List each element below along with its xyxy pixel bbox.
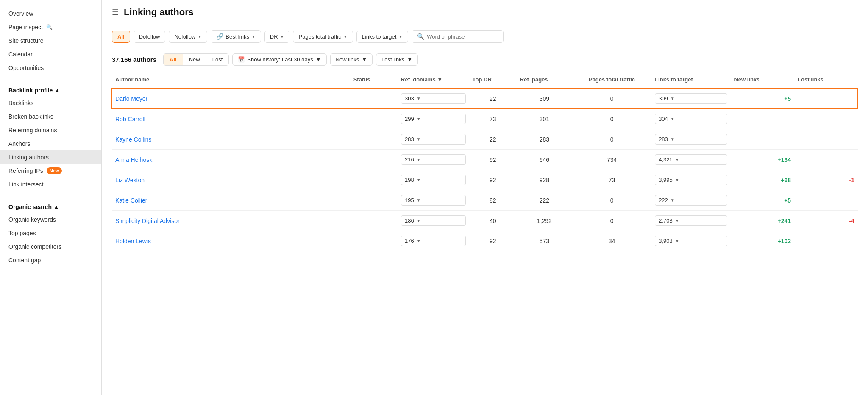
author-link[interactable]: Rob Carroll — [115, 116, 145, 122]
status-cell — [350, 109, 398, 129]
hamburger-icon[interactable]: ☰ — [112, 8, 119, 17]
filter-pages-traffic-button[interactable]: Pages total traffic ▼ — [293, 31, 353, 43]
sidebar-item-top-pages[interactable]: Top pages — [0, 226, 101, 240]
new-links-button[interactable]: New links ▼ — [330, 53, 373, 66]
sidebar-item-referring-domains[interactable]: Referring domains — [0, 123, 101, 137]
sidebar-item-content-gap[interactable]: Content gap — [0, 253, 101, 267]
ref-domains-dropdown[interactable]: 198 ▼ — [401, 175, 466, 185]
links-to-target-cell: 304 ▼ — [651, 109, 731, 129]
ref-domains-dropdown[interactable]: 299 ▼ — [401, 114, 466, 124]
links-to-target-cell: 283 ▼ — [651, 129, 731, 150]
links-to-target-dropdown[interactable]: 4,321 ▼ — [655, 154, 727, 165]
links-to-target-dropdown[interactable]: 283 ▼ — [655, 134, 727, 145]
top-dr-cell: 40 — [469, 211, 517, 231]
links-to-target-dropdown[interactable]: 309 ▼ — [655, 93, 727, 104]
chevron-down-icon: ▼ — [251, 34, 256, 39]
search-bar[interactable]: 🔍 — [412, 30, 504, 43]
chevron-down-icon: ▼ — [675, 218, 679, 223]
sidebar-item-page-inspect[interactable]: Page inspect 🔍 — [0, 20, 101, 34]
lost-links-cell — [794, 88, 858, 109]
col-ref-pages: Ref. pages — [517, 71, 572, 88]
sidebar-item-link-intersect[interactable]: Link intersect — [0, 178, 101, 191]
author-link[interactable]: Dario Meyer — [115, 95, 147, 102]
all-btn[interactable]: All — [164, 54, 183, 65]
table-row: Simplicity Digital Advisor 186 ▼ 401,292… — [112, 211, 858, 231]
author-name-cell: Kayne Collins — [112, 129, 350, 150]
new-links-cell — [731, 129, 794, 150]
ref-domains-dropdown[interactable]: 283 ▼ — [401, 134, 466, 145]
links-to-target-cell: 309 ▼ — [651, 88, 731, 109]
lost-btn[interactable]: Lost — [206, 54, 229, 65]
new-links-cell: +134 — [731, 150, 794, 170]
sidebar-label: Top pages — [8, 230, 36, 236]
author-link[interactable]: Simplicity Digital Advisor — [115, 217, 180, 224]
search-input[interactable] — [427, 33, 498, 40]
top-dr-cell: 22 — [469, 88, 517, 109]
ref-domains-cell: 198 ▼ — [398, 170, 469, 190]
sidebar-item-overview[interactable]: Overview — [0, 7, 101, 20]
sidebar-item-site-structure[interactable]: Site structure — [0, 34, 101, 47]
author-link[interactable]: Kayne Collins — [115, 136, 152, 143]
chevron-down-icon: ▼ — [417, 96, 421, 101]
lost-links-button[interactable]: Lost links ▼ — [376, 53, 418, 66]
col-ref-domains[interactable]: Ref. domains ▼ — [398, 71, 469, 88]
lost-links-cell — [794, 190, 858, 211]
best-links-label: Best links — [225, 33, 249, 40]
status-cell — [350, 150, 398, 170]
sidebar-item-anchors[interactable]: Anchors — [0, 137, 101, 150]
author-link[interactable]: Liz Weston — [115, 177, 145, 184]
author-name-cell: Liz Weston — [112, 170, 350, 190]
new-btn[interactable]: New — [183, 54, 206, 65]
links-to-target-cell: 222 ▼ — [651, 190, 731, 211]
history-label: Show history: Last 30 days — [247, 56, 313, 63]
links-to-target-dropdown[interactable]: 3,995 ▼ — [655, 175, 727, 185]
sidebar-item-linking-authors[interactable]: Linking authors — [0, 150, 101, 164]
col-status: Status — [350, 71, 398, 88]
ref-domains-dropdown[interactable]: 176 ▼ — [401, 236, 466, 246]
sidebar-item-broken-backlinks[interactable]: Broken backlinks — [0, 110, 101, 123]
author-link[interactable]: Katie Collier — [115, 197, 147, 204]
dr-label: DR — [270, 33, 278, 40]
filter-dofollow-button[interactable]: Dofollow — [134, 31, 166, 43]
lost-links-cell — [794, 109, 858, 129]
sidebar-label: Opportunities — [8, 64, 44, 71]
links-to-target-dropdown[interactable]: 3,908 ▼ — [655, 236, 727, 246]
sidebar-label: Page inspect — [8, 24, 43, 31]
author-link[interactable]: Anna Helhoski — [115, 156, 153, 163]
ref-domains-dropdown[interactable]: 186 ▼ — [401, 215, 466, 226]
sidebar-item-calendar[interactable]: Calendar — [0, 47, 101, 61]
top-dr-cell: 82 — [469, 190, 517, 211]
author-name-cell: Anna Helhoski — [112, 150, 350, 170]
sidebar-item-organic-competitors[interactable]: Organic competitors — [0, 240, 101, 253]
sidebar-item-opportunities[interactable]: Opportunities — [0, 61, 101, 75]
ref-domains-dropdown[interactable]: 303 ▼ — [401, 93, 466, 104]
ref-pages-cell: 309 — [517, 88, 572, 109]
filter-best-links-button[interactable]: 🔗 Best links ▼ — [211, 30, 261, 43]
author-name-cell: Rob Carroll — [112, 109, 350, 129]
show-history-button[interactable]: 📅 Show history: Last 30 days ▼ — [232, 53, 326, 66]
filter-dr-button[interactable]: DR ▼ — [264, 31, 290, 43]
ref-domains-dropdown[interactable]: 216 ▼ — [401, 154, 466, 165]
ref-domains-dropdown[interactable]: 195 ▼ — [401, 195, 466, 206]
filter-links-to-target-button[interactable]: Links to target ▼ — [356, 31, 409, 43]
filter-nofollow-button[interactable]: Nofollow ▼ — [169, 31, 207, 43]
sidebar-item-referring-ips[interactable]: Referring IPs New — [0, 164, 101, 178]
links-to-target-dropdown[interactable]: 2,703 ▼ — [655, 215, 727, 226]
chevron-down-icon: ▼ — [670, 117, 675, 121]
sidebar-item-backlinks[interactable]: Backlinks — [0, 96, 101, 110]
author-link[interactable]: Holden Lewis — [115, 238, 151, 245]
links-to-target-dropdown[interactable]: 222 ▼ — [655, 195, 727, 206]
filter-all-button[interactable]: All — [112, 31, 130, 43]
sidebar-item-organic-keywords[interactable]: Organic keywords — [0, 213, 101, 226]
top-dr-cell: 22 — [469, 129, 517, 150]
status-cell — [350, 211, 398, 231]
author-name-cell: Simplicity Digital Advisor — [112, 211, 350, 231]
pages-total-traffic-cell: 0 — [572, 129, 651, 150]
ref-domains-cell: 186 ▼ — [398, 211, 469, 231]
main-header: ☰ Linking authors — [102, 0, 868, 25]
new-links-cell: +5 — [731, 88, 794, 109]
chevron-down-icon: ▼ — [198, 34, 202, 39]
chevron-down-icon: ▼ — [417, 117, 421, 121]
top-dr-cell: 92 — [469, 170, 517, 190]
links-to-target-dropdown[interactable]: 304 ▼ — [655, 114, 727, 124]
